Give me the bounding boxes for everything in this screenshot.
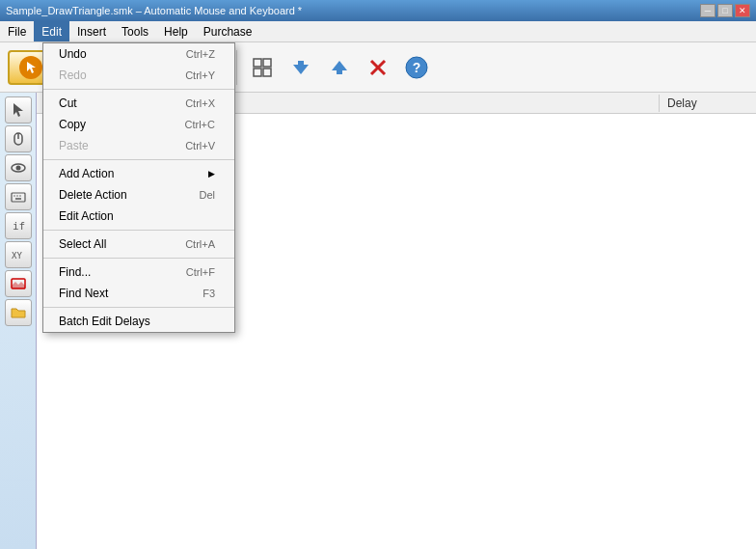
sidebar-image-icon[interactable] [5,270,32,297]
svg-point-18 [15,166,20,171]
menu-edit[interactable]: Edit [34,21,69,41]
menu-find-next[interactable]: Find Next F3 [43,283,234,304]
find-label: Find... [59,265,91,279]
menu-cut[interactable]: Cut Ctrl+X [43,93,234,114]
svg-rect-2 [254,59,261,67]
svg-text:if: if [13,220,25,233]
find-next-label: Find Next [59,287,108,300]
svg-marker-27 [12,282,25,288]
delete-button[interactable] [361,50,395,85]
menu-copy[interactable]: Copy Ctrl+C [43,114,234,135]
separator-3 [43,230,234,231]
svg-marker-14 [14,103,23,117]
code-icon: if [11,218,26,233]
edit-dropdown-menu: Undo Ctrl+Z Redo Ctrl+Y Cut Ctrl+X Copy … [42,42,235,333]
paste-label: Paste [59,139,89,152]
svg-marker-0 [27,62,36,73]
svg-rect-9 [337,69,342,74]
help-button[interactable]: ? [399,50,434,85]
title-bar: Sample_DrawTriangle.smk – Automatic Mous… [0,0,756,21]
svg-marker-6 [293,65,309,74]
window-controls: ─ □ ✕ [700,4,750,17]
toolbar-separator-1 [236,50,237,85]
delay-header: Delay [660,95,756,112]
smart-click-icon [19,56,42,79]
menu-undo[interactable]: Undo Ctrl+Z [43,43,234,65]
delete-action-label: Delete Action [59,188,127,202]
menu-insert[interactable]: Insert [69,21,114,41]
separator-2 [43,159,234,160]
svg-text:XY: XY [12,251,22,261]
left-sidebar: if XY [0,93,37,549]
sidebar-cursor-icon[interactable] [5,96,32,124]
keyboard-icon [11,189,26,205]
mouse-icon [11,131,26,147]
menu-add-action[interactable]: Add Action [43,163,234,184]
menu-select-all[interactable]: Select All Ctrl+A [43,233,234,255]
separator-4 [43,258,234,259]
select-all-label: Select All [59,237,106,251]
undo-shortcut: Ctrl+Z [186,48,215,60]
paste-shortcut: Ctrl+V [185,140,215,151]
help-icon: ? [404,55,429,80]
move-down-button[interactable] [284,50,318,85]
eye-icon [11,160,26,176]
menu-find[interactable]: Find... Ctrl+F [43,261,234,283]
menu-file[interactable]: File [0,21,34,41]
menu-purchase[interactable]: Purchase [196,21,260,41]
cut-shortcut: Ctrl+X [185,97,215,109]
arrow-up-icon [329,57,350,78]
menu-tools[interactable]: Tools [114,21,156,41]
grid-button[interactable] [245,50,280,85]
redo-label: Redo [59,69,87,82]
close-button[interactable]: ✕ [735,4,750,17]
image-icon [11,276,26,291]
sidebar-mouse-icon[interactable] [5,125,32,152]
sidebar-xy-icon[interactable]: XY [5,241,32,268]
separator-1 [43,89,234,90]
folder-icon [11,305,26,320]
svg-rect-4 [254,69,261,76]
svg-rect-5 [263,69,271,76]
cut-label: Cut [59,96,77,110]
undo-label: Undo [59,47,87,61]
copy-label: Copy [59,118,86,131]
copy-shortcut: Ctrl+C [185,119,215,130]
maximize-button[interactable]: □ [717,4,733,17]
delete-icon [367,57,389,78]
redo-shortcut: Ctrl+Y [185,69,215,81]
svg-rect-3 [263,59,271,67]
svg-rect-19 [12,193,25,202]
menu-edit-action[interactable]: Edit Action [43,206,234,227]
xy-icon: XY [11,247,26,262]
find-shortcut: Ctrl+F [186,266,215,278]
menu-redo[interactable]: Redo Ctrl+Y [43,65,234,86]
edit-action-label: Edit Action [59,209,114,223]
grid-icon [252,57,273,78]
select-all-shortcut: Ctrl+A [185,238,215,250]
move-up-button[interactable] [322,50,357,85]
menu-bar: File Edit Insert Tools Help Purchase [0,21,756,42]
find-next-shortcut: F3 [202,288,215,299]
svg-rect-7 [298,61,304,66]
sidebar-folder-icon[interactable] [5,299,32,326]
menu-paste[interactable]: Paste Ctrl+V [43,135,234,156]
sidebar-code-icon[interactable]: if [5,212,32,239]
title-text: Sample_DrawTriangle.smk – Automatic Mous… [6,5,302,16]
cursor-svg [24,61,38,74]
svg-text:?: ? [412,60,420,75]
sidebar-eye-icon[interactable] [5,154,32,181]
minimize-button[interactable]: ─ [700,4,716,17]
cursor-icon [11,102,26,118]
delete-action-shortcut: Del [199,189,215,201]
svg-marker-8 [332,61,347,70]
add-action-label: Add Action [59,167,114,180]
menu-batch-edit-delays[interactable]: Batch Edit Delays [43,311,234,332]
batch-edit-label: Batch Edit Delays [59,315,150,328]
arrow-down-icon [290,57,311,78]
separator-5 [43,307,234,308]
sidebar-keyboard-icon[interactable] [5,183,32,210]
menu-help[interactable]: Help [156,21,196,41]
menu-delete-action[interactable]: Delete Action Del [43,184,234,206]
